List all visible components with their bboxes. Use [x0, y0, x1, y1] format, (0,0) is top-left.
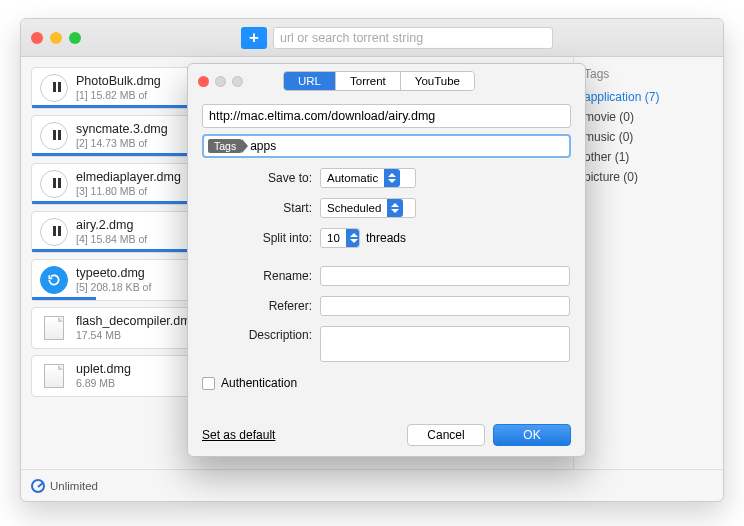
tag-item[interactable]: application (7) [584, 87, 713, 107]
download-meta: [1] 15.82 MB of [76, 89, 161, 102]
auth-label: Authentication [221, 376, 297, 390]
status-bar: Unlimited [21, 469, 723, 501]
retry-icon[interactable] [40, 266, 68, 294]
download-name: typeeto.dmg [76, 266, 151, 281]
download-name: syncmate.3.dmg [76, 122, 168, 137]
set-default-link[interactable]: Set as default [202, 428, 275, 442]
download-meta: [3] 11.80 MB of [76, 185, 181, 198]
tag-item[interactable]: music (0) [584, 127, 713, 147]
saveto-label: Save to: [202, 171, 320, 185]
add-button[interactable]: + [241, 27, 267, 49]
download-name: flash_decompiler.dmg [76, 314, 198, 329]
description-label: Description: [202, 326, 320, 342]
dialog-min-icon [215, 76, 226, 87]
tag-item[interactable]: picture (0) [584, 167, 713, 187]
tag-item[interactable]: movie (0) [584, 107, 713, 127]
sidebar-header: Tags [584, 67, 713, 81]
chevron-updown-icon [387, 199, 403, 217]
start-label: Start: [202, 201, 320, 215]
split-label: Split into: [202, 231, 320, 245]
tags-sidebar: Tags application (7)movie (0)music (0)ot… [573, 57, 723, 469]
zoom-icon[interactable] [69, 32, 81, 44]
referer-label: Referer: [202, 299, 320, 313]
minimize-icon[interactable] [50, 32, 62, 44]
download-name: elmediaplayer.dmg [76, 170, 181, 185]
download-meta: [4] 15.84 MB of [76, 233, 147, 246]
download-meta: 6.89 MB [76, 377, 131, 390]
tags-text: apps [250, 139, 276, 153]
tab-youtube[interactable]: YouTube [400, 72, 474, 90]
dialog-titlebar: URL Torrent YouTube [188, 64, 585, 98]
close-icon[interactable] [31, 32, 43, 44]
search-input[interactable]: url or search torrent string [273, 27, 553, 49]
download-name: uplet.dmg [76, 362, 131, 377]
download-meta: 17.54 MB [76, 329, 198, 342]
tab-url[interactable]: URL [284, 72, 335, 90]
saveto-select[interactable]: Automatic [320, 168, 416, 188]
file-icon [44, 364, 64, 388]
traffic-lights [31, 32, 81, 44]
cancel-button[interactable]: Cancel [407, 424, 485, 446]
speed-icon [31, 479, 45, 493]
pause-icon[interactable] [40, 122, 68, 150]
start-select[interactable]: Scheduled [320, 198, 416, 218]
auth-checkbox[interactable] [202, 377, 215, 390]
file-icon [44, 316, 64, 340]
pause-icon[interactable] [40, 218, 68, 246]
add-url-dialog: URL Torrent YouTube http://mac.eltima.co… [187, 63, 586, 457]
split-select[interactable]: 10 [320, 228, 360, 248]
split-suffix: threads [366, 231, 406, 245]
download-name: PhotoBulk.dmg [76, 74, 161, 89]
url-input[interactable]: http://mac.eltima.com/download/airy.dmg [202, 104, 571, 128]
download-meta: [2] 14.73 MB of [76, 137, 168, 150]
referer-input[interactable] [320, 296, 570, 316]
tab-torrent[interactable]: Torrent [335, 72, 400, 90]
pause-icon[interactable] [40, 170, 68, 198]
dialog-close-icon[interactable] [198, 76, 209, 87]
chevron-updown-icon [384, 169, 400, 187]
download-name: airy.2.dmg [76, 218, 147, 233]
chevron-updown-icon [346, 229, 359, 247]
rename-input[interactable] [320, 266, 570, 286]
download-meta: [5] 208.18 KB of [76, 281, 151, 294]
tag-item[interactable]: other (1) [584, 147, 713, 167]
tags-input[interactable]: Tags apps [202, 134, 571, 158]
source-tabs: URL Torrent YouTube [283, 71, 475, 91]
main-titlebar: + url or search torrent string [21, 19, 723, 57]
description-input[interactable] [320, 326, 570, 362]
ok-button[interactable]: OK [493, 424, 571, 446]
rename-label: Rename: [202, 269, 320, 283]
pause-icon[interactable] [40, 74, 68, 102]
tags-chip: Tags [208, 139, 242, 153]
dialog-zoom-icon [232, 76, 243, 87]
status-text: Unlimited [50, 480, 98, 492]
